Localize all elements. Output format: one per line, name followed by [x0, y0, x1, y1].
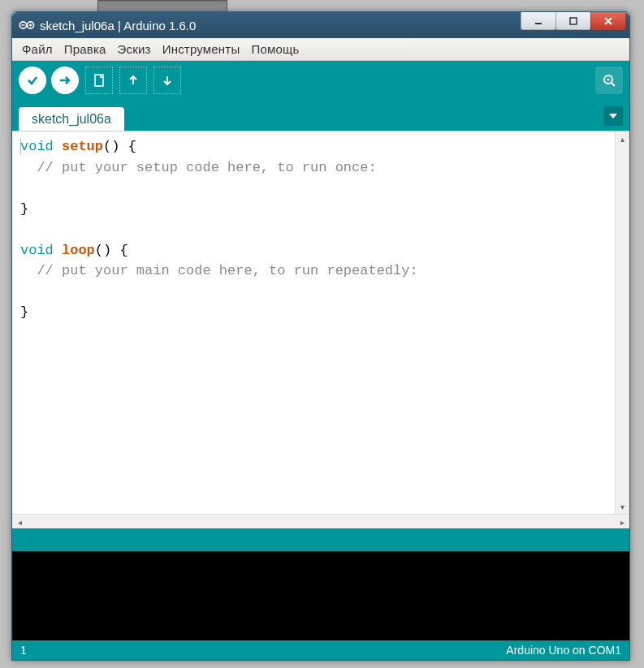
- comment: // put your setup code here, to run once…: [20, 160, 377, 175]
- function-name: loop: [62, 243, 95, 258]
- code-text: () {: [95, 243, 128, 258]
- function-name: setup: [62, 139, 103, 154]
- open-button[interactable]: [119, 67, 147, 94]
- svg-point-15: [607, 79, 610, 81]
- scroll-down-icon[interactable]: ▾: [616, 499, 629, 514]
- svg-line-14: [612, 83, 615, 86]
- board-port-status: Arduino Uno on COM1: [506, 644, 621, 657]
- window-controls: [521, 12, 626, 30]
- code-text: }: [20, 304, 28, 320]
- keyword: void: [20, 139, 54, 154]
- upload-button[interactable]: [51, 67, 79, 94]
- verify-button[interactable]: [19, 67, 46, 94]
- status-bar: 1 Arduino Uno on COM1: [12, 640, 629, 660]
- window-title: sketch_jul06a | Arduino 1.6.0: [40, 19, 196, 32]
- menu-help[interactable]: Помощь: [246, 40, 304, 58]
- scroll-up-icon[interactable]: ▴: [616, 131, 629, 146]
- new-button[interactable]: [85, 67, 113, 94]
- code-text: }: [20, 201, 28, 217]
- line-number: 1: [20, 644, 27, 657]
- menu-sketch[interactable]: Эскиз: [113, 40, 156, 58]
- titlebar[interactable]: sketch_jul06a | Arduino 1.6.0: [12, 12, 629, 38]
- menubar: Файл Правка Эскиз Инструменты Помощь: [12, 38, 629, 61]
- menu-file[interactable]: Файл: [17, 40, 58, 58]
- save-button[interactable]: [153, 67, 181, 94]
- arduino-ide-window: sketch_jul06a | Arduino 1.6.0 Файл Правк…: [11, 11, 630, 661]
- svg-marker-16: [609, 114, 617, 119]
- code-editor[interactable]: void setup() { // put your setup code he…: [12, 131, 629, 514]
- keyword: void: [20, 243, 54, 258]
- svg-rect-6: [570, 18, 577, 24]
- menu-tools[interactable]: Инструменты: [158, 40, 245, 58]
- scroll-right-icon[interactable]: ▸: [615, 515, 629, 529]
- tab-sketch[interactable]: sketch_jul06a: [19, 107, 124, 131]
- svg-rect-10: [95, 75, 103, 86]
- toolbar: [12, 61, 629, 100]
- tab-bar: sketch_jul06a: [12, 100, 629, 131]
- code-text: () {: [103, 139, 136, 154]
- horizontal-scrollbar[interactable]: ◂ ▸: [12, 514, 629, 528]
- vertical-scrollbar[interactable]: ▴ ▾: [615, 131, 629, 514]
- message-bar: [12, 528, 629, 551]
- serial-monitor-button[interactable]: [595, 67, 623, 94]
- tab-menu-dropdown[interactable]: [603, 106, 623, 126]
- close-button[interactable]: [590, 12, 626, 30]
- console-output[interactable]: [12, 551, 629, 640]
- editor-area: void setup() { // put your setup code he…: [12, 131, 629, 528]
- scroll-left-icon[interactable]: ◂: [12, 515, 27, 529]
- menu-edit[interactable]: Правка: [59, 40, 111, 58]
- maximize-button[interactable]: [555, 12, 591, 30]
- minimize-button[interactable]: [521, 12, 556, 30]
- comment: // put your main code here, to run repea…: [20, 263, 418, 278]
- arduino-logo-icon: [19, 20, 35, 30]
